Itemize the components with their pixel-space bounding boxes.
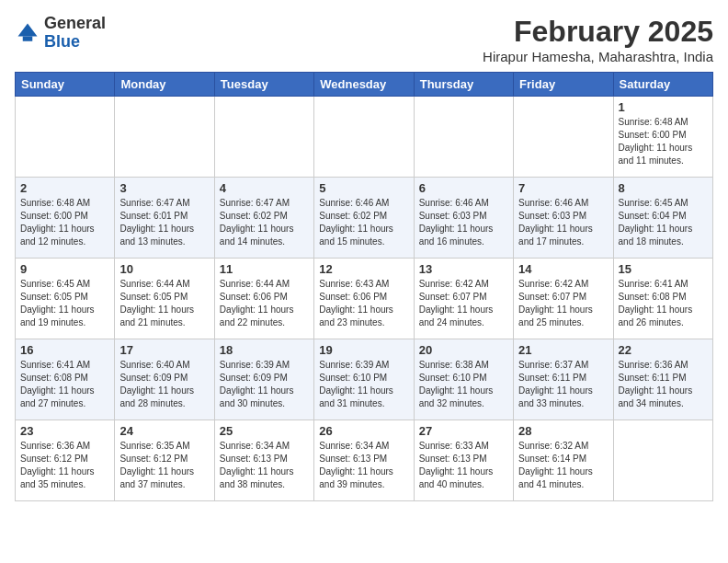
day-info: Sunrise: 6:41 AM Sunset: 6:08 PM Dayligh… (20, 359, 109, 410)
day-number: 16 (20, 343, 109, 357)
svg-rect-1 (23, 36, 33, 40)
calendar-cell (115, 97, 214, 178)
calendar-cell: 26Sunrise: 6:34 AM Sunset: 6:13 PM Dayli… (314, 420, 414, 501)
day-number: 2 (20, 181, 109, 195)
day-number: 26 (319, 424, 408, 438)
calendar-cell: 12Sunrise: 6:43 AM Sunset: 6:06 PM Dayli… (314, 259, 414, 339)
day-info: Sunrise: 6:36 AM Sunset: 6:11 PM Dayligh… (619, 359, 708, 410)
weekday-header-tuesday: Tuesday (214, 73, 313, 97)
calendar-cell (613, 420, 712, 501)
calendar-cell: 19Sunrise: 6:39 AM Sunset: 6:10 PM Dayli… (314, 339, 414, 420)
day-number: 4 (220, 181, 309, 195)
weekday-header-friday: Friday (514, 73, 613, 97)
day-info: Sunrise: 6:37 AM Sunset: 6:11 PM Dayligh… (518, 359, 608, 410)
calendar-cell: 22Sunrise: 6:36 AM Sunset: 6:11 PM Dayli… (613, 339, 712, 420)
day-info: Sunrise: 6:34 AM Sunset: 6:13 PM Dayligh… (220, 440, 309, 491)
logo-text: General Blue (44, 15, 106, 52)
calendar-cell: 24Sunrise: 6:35 AM Sunset: 6:12 PM Dayli… (115, 420, 214, 501)
day-info: Sunrise: 6:46 AM Sunset: 6:02 PM Dayligh… (319, 197, 408, 248)
location: Hirapur Hamesha, Maharashtra, India (483, 49, 713, 64)
calendar-cell: 16Sunrise: 6:41 AM Sunset: 6:08 PM Dayli… (16, 339, 115, 420)
day-number: 23 (20, 424, 109, 438)
day-info: Sunrise: 6:36 AM Sunset: 6:12 PM Dayligh… (20, 440, 109, 491)
day-info: Sunrise: 6:42 AM Sunset: 6:07 PM Dayligh… (419, 278, 508, 329)
day-number: 18 (220, 343, 309, 357)
logo-general: General (44, 14, 106, 32)
logo-blue: Blue (44, 32, 80, 51)
week-row-4: 16Sunrise: 6:41 AM Sunset: 6:08 PM Dayli… (16, 339, 713, 420)
day-info: Sunrise: 6:39 AM Sunset: 6:09 PM Dayligh… (220, 359, 309, 410)
day-number: 25 (220, 424, 309, 438)
calendar-cell: 27Sunrise: 6:33 AM Sunset: 6:13 PM Dayli… (414, 420, 513, 501)
day-info: Sunrise: 6:47 AM Sunset: 6:02 PM Dayligh… (220, 197, 309, 248)
day-number: 5 (319, 181, 408, 195)
calendar-cell: 2Sunrise: 6:48 AM Sunset: 6:00 PM Daylig… (16, 178, 115, 259)
day-number: 7 (518, 181, 608, 195)
calendar-cell: 23Sunrise: 6:36 AM Sunset: 6:12 PM Dayli… (16, 420, 115, 501)
day-info: Sunrise: 6:44 AM Sunset: 6:05 PM Dayligh… (119, 278, 209, 329)
day-number: 14 (518, 262, 608, 276)
day-number: 27 (419, 424, 508, 438)
week-row-5: 23Sunrise: 6:36 AM Sunset: 6:12 PM Dayli… (16, 420, 713, 501)
calendar-cell: 28Sunrise: 6:32 AM Sunset: 6:14 PM Dayli… (514, 420, 613, 501)
day-info: Sunrise: 6:32 AM Sunset: 6:14 PM Dayligh… (518, 440, 608, 491)
calendar-cell: 8Sunrise: 6:45 AM Sunset: 6:04 PM Daylig… (613, 178, 712, 259)
calendar-cell: 21Sunrise: 6:37 AM Sunset: 6:11 PM Dayli… (514, 339, 613, 420)
week-row-2: 2Sunrise: 6:48 AM Sunset: 6:00 PM Daylig… (16, 178, 713, 259)
calendar-cell: 20Sunrise: 6:38 AM Sunset: 6:10 PM Dayli… (414, 339, 513, 420)
day-info: Sunrise: 6:40 AM Sunset: 6:09 PM Dayligh… (119, 359, 209, 410)
day-info: Sunrise: 6:43 AM Sunset: 6:06 PM Dayligh… (319, 278, 408, 329)
day-info: Sunrise: 6:34 AM Sunset: 6:13 PM Dayligh… (319, 440, 408, 491)
week-row-3: 9Sunrise: 6:45 AM Sunset: 6:05 PM Daylig… (16, 259, 713, 339)
day-info: Sunrise: 6:48 AM Sunset: 6:00 PM Dayligh… (20, 197, 109, 248)
day-info: Sunrise: 6:46 AM Sunset: 6:03 PM Dayligh… (419, 197, 508, 248)
week-row-1: 1Sunrise: 6:48 AM Sunset: 6:00 PM Daylig… (16, 97, 713, 178)
day-number: 6 (419, 181, 508, 195)
month-title: February 2025 (483, 15, 713, 49)
day-number: 11 (220, 262, 309, 276)
day-info: Sunrise: 6:45 AM Sunset: 6:04 PM Dayligh… (619, 197, 708, 248)
calendar-cell (414, 97, 513, 178)
day-number: 9 (20, 262, 109, 276)
day-number: 15 (619, 262, 708, 276)
calendar-cell: 15Sunrise: 6:41 AM Sunset: 6:08 PM Dayli… (613, 259, 712, 339)
day-number: 28 (518, 424, 608, 438)
day-info: Sunrise: 6:48 AM Sunset: 6:00 PM Dayligh… (619, 116, 708, 167)
day-number: 17 (119, 343, 209, 357)
day-number: 12 (319, 262, 408, 276)
day-number: 13 (419, 262, 508, 276)
day-number: 22 (619, 343, 708, 357)
calendar-cell (514, 97, 613, 178)
day-info: Sunrise: 6:42 AM Sunset: 6:07 PM Dayligh… (518, 278, 608, 329)
weekday-header-row: SundayMondayTuesdayWednesdayThursdayFrid… (16, 73, 713, 97)
weekday-header-thursday: Thursday (414, 73, 513, 97)
calendar-cell: 14Sunrise: 6:42 AM Sunset: 6:07 PM Dayli… (514, 259, 613, 339)
calendar-cell (314, 97, 414, 178)
calendar-cell: 17Sunrise: 6:40 AM Sunset: 6:09 PM Dayli… (115, 339, 214, 420)
day-number: 19 (319, 343, 408, 357)
weekday-header-monday: Monday (115, 73, 214, 97)
calendar-cell: 18Sunrise: 6:39 AM Sunset: 6:09 PM Dayli… (214, 339, 313, 420)
day-info: Sunrise: 6:46 AM Sunset: 6:03 PM Dayligh… (518, 197, 608, 248)
day-number: 24 (119, 424, 209, 438)
calendar-cell: 9Sunrise: 6:45 AM Sunset: 6:05 PM Daylig… (16, 259, 115, 339)
calendar-cell: 5Sunrise: 6:46 AM Sunset: 6:02 PM Daylig… (314, 178, 414, 259)
page-header: General Blue February 2025 Hirapur Hames… (15, 15, 713, 64)
calendar-cell: 25Sunrise: 6:34 AM Sunset: 6:13 PM Dayli… (214, 420, 313, 501)
day-info: Sunrise: 6:44 AM Sunset: 6:06 PM Dayligh… (220, 278, 309, 329)
calendar-cell: 3Sunrise: 6:47 AM Sunset: 6:01 PM Daylig… (115, 178, 214, 259)
day-number: 21 (518, 343, 608, 357)
calendar-cell: 7Sunrise: 6:46 AM Sunset: 6:03 PM Daylig… (514, 178, 613, 259)
calendar-cell: 13Sunrise: 6:42 AM Sunset: 6:07 PM Dayli… (414, 259, 513, 339)
day-info: Sunrise: 6:35 AM Sunset: 6:12 PM Dayligh… (119, 440, 209, 491)
day-info: Sunrise: 6:33 AM Sunset: 6:13 PM Dayligh… (419, 440, 508, 491)
day-number: 8 (619, 181, 708, 195)
calendar-cell: 6Sunrise: 6:46 AM Sunset: 6:03 PM Daylig… (414, 178, 513, 259)
calendar-cell (214, 97, 313, 178)
calendar-cell: 4Sunrise: 6:47 AM Sunset: 6:02 PM Daylig… (214, 178, 313, 259)
day-number: 20 (419, 343, 508, 357)
day-number: 3 (119, 181, 209, 195)
day-number: 1 (619, 100, 708, 114)
calendar-cell: 11Sunrise: 6:44 AM Sunset: 6:06 PM Dayli… (214, 259, 313, 339)
day-info: Sunrise: 6:41 AM Sunset: 6:08 PM Dayligh… (619, 278, 708, 329)
